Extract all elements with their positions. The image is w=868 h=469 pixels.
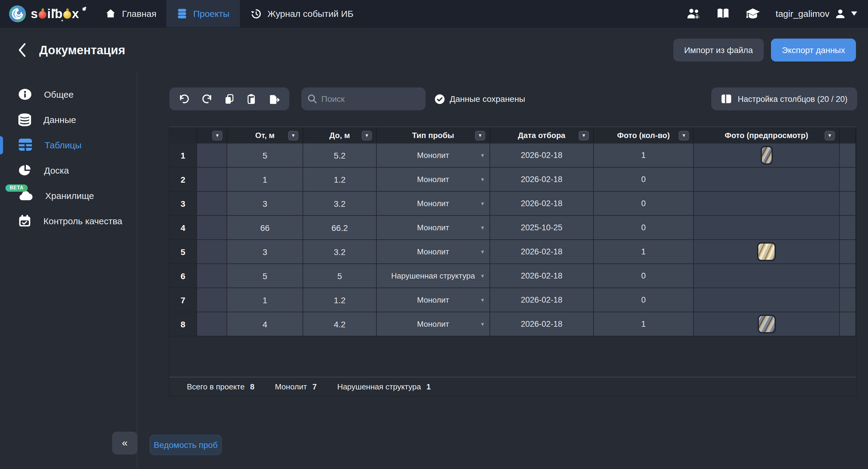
sidebar-item-quality-control[interactable]: Контроль качества (0, 208, 137, 233)
photo-preview-cell[interactable] (694, 216, 840, 240)
from-cell[interactable]: 66 (227, 216, 303, 240)
export-rows-button[interactable] (265, 90, 284, 108)
date-cell[interactable]: 2025-10-25 (490, 216, 594, 240)
nav-item-home[interactable]: Главная (95, 0, 167, 27)
photo-count-cell[interactable]: 0 (594, 216, 694, 240)
sample-type-cell[interactable]: Нарушенная структура▾ (377, 264, 490, 288)
to-cell[interactable]: 4.2 (303, 312, 377, 336)
column-dropdown-button[interactable] (579, 130, 589, 140)
photo-count-cell[interactable]: 0 (594, 264, 694, 288)
date-cell[interactable]: 2026-02-18 (490, 144, 594, 167)
to-cell[interactable]: 1.2 (303, 288, 377, 312)
undo-button[interactable] (175, 90, 194, 108)
date-cell[interactable]: 2026-02-18 (490, 192, 594, 216)
row-number-cell[interactable]: 8 (169, 312, 197, 336)
from-cell[interactable]: 1 (227, 167, 303, 192)
sidebar-item-tables[interactable]: Таблицы (0, 132, 137, 157)
photo-count-cell[interactable]: 0 (594, 192, 694, 216)
date-cell[interactable]: 2026-02-18 (490, 288, 594, 312)
row-select-cell[interactable] (197, 288, 227, 312)
from-cell[interactable]: 4 (227, 312, 303, 336)
sidebar-item-general[interactable]: Общее (0, 82, 137, 107)
row-number-cell[interactable]: 5 (169, 240, 197, 264)
sample-type-cell[interactable]: Монолит▾ (377, 240, 490, 264)
redo-button[interactable] (197, 90, 216, 108)
from-cell[interactable]: 5 (227, 144, 303, 167)
row-select-cell[interactable] (197, 264, 227, 288)
to-cell[interactable]: 5.2 (303, 144, 377, 167)
sample-type-cell[interactable]: Монолит▾ (377, 167, 490, 192)
sidebar-collapse-button[interactable]: « (112, 432, 137, 455)
export-button[interactable]: Экспорт данных (771, 39, 856, 61)
column-dropdown-button[interactable] (212, 130, 222, 140)
back-button[interactable] (18, 43, 26, 57)
copy-button[interactable] (220, 90, 239, 108)
date-cell[interactable]: 2026-02-18 (490, 167, 594, 192)
table-summary-row: Всего в проекте8 Монолит7 Нарушенная стр… (169, 377, 856, 396)
user-menu[interactable]: tagir_galimov (776, 7, 857, 20)
row-select-cell[interactable] (197, 312, 227, 336)
photo-preview-cell[interactable] (694, 167, 840, 192)
column-settings-button[interactable]: Настройка столбцов (20 / 20) (711, 87, 857, 110)
photo-preview-cell[interactable] (694, 240, 840, 264)
row-select-cell[interactable] (197, 192, 227, 216)
photo-preview-cell[interactable] (694, 264, 840, 288)
photo-thumbnail[interactable] (757, 315, 775, 333)
to-cell[interactable]: 5 (303, 264, 377, 288)
row-number-cell[interactable]: 1 (169, 144, 197, 167)
import-button[interactable]: Импорт из файла (673, 39, 764, 61)
date-cell[interactable]: 2026-02-18 (490, 240, 594, 264)
column-dropdown-button[interactable] (475, 130, 485, 140)
row-select-cell[interactable] (197, 167, 227, 192)
photo-thumbnail[interactable] (761, 146, 772, 164)
paste-button[interactable] (242, 90, 261, 108)
sample-report-button[interactable]: Ведомость проб (150, 435, 222, 455)
from-cell[interactable]: 3 (227, 240, 303, 264)
sidebar-item-data[interactable]: Данные (0, 107, 137, 132)
search-input[interactable] (321, 94, 412, 104)
to-cell[interactable]: 1.2 (303, 167, 377, 192)
photo-count-cell[interactable]: 1 (594, 144, 694, 167)
row-number-cell[interactable]: 4 (169, 216, 197, 240)
date-cell[interactable]: 2026-02-18 (490, 312, 594, 336)
nav-item-projects[interactable]: Проекты (167, 0, 240, 27)
photo-count-cell[interactable]: 0 (594, 288, 694, 312)
from-cell[interactable]: 1 (227, 288, 303, 312)
row-number-cell[interactable]: 7 (169, 288, 197, 312)
nav-item-event-log[interactable]: Журнал событий ИБ (240, 0, 364, 27)
photo-preview-cell[interactable] (694, 312, 840, 336)
sidebar-item-board[interactable]: Доска (0, 157, 137, 183)
photo-preview-cell[interactable] (694, 192, 840, 216)
photo-thumbnail[interactable] (757, 242, 776, 261)
photo-preview-cell[interactable] (694, 288, 840, 312)
to-cell[interactable]: 3.2 (303, 192, 377, 216)
to-cell[interactable]: 66.2 (303, 216, 377, 240)
photo-count-cell[interactable]: 0 (594, 167, 694, 192)
photo-count-cell[interactable]: 1 (594, 312, 694, 336)
column-dropdown-button[interactable] (825, 130, 835, 140)
brand-logo[interactable]: silbx (8, 0, 79, 27)
photo-preview-cell[interactable] (694, 144, 840, 167)
date-cell[interactable]: 2026-02-18 (490, 264, 594, 288)
row-number-cell[interactable]: 2 (169, 167, 197, 192)
book-icon[interactable] (716, 7, 730, 20)
row-number-cell[interactable]: 6 (169, 264, 197, 288)
to-cell[interactable]: 3.2 (303, 240, 377, 264)
row-number-cell[interactable]: 3 (169, 192, 197, 216)
column-dropdown-button[interactable] (362, 130, 372, 140)
column-dropdown-button[interactable] (679, 130, 689, 140)
row-select-cell[interactable] (197, 144, 227, 167)
from-cell[interactable]: 5 (227, 264, 303, 288)
sample-type-cell[interactable]: Монолит▾ (377, 192, 490, 216)
column-dropdown-button[interactable] (288, 130, 299, 140)
row-select-cell[interactable] (197, 216, 227, 240)
photo-count-cell[interactable]: 1 (594, 240, 694, 264)
sample-type-cell[interactable]: Монолит▾ (377, 288, 490, 312)
graduation-cap-icon[interactable] (745, 7, 761, 20)
sample-type-cell[interactable]: Монолит▾ (377, 216, 490, 240)
team-icon[interactable] (687, 7, 701, 20)
row-select-cell[interactable] (197, 240, 227, 264)
sample-type-cell[interactable]: Монолит▾ (377, 144, 490, 167)
from-cell[interactable]: 3 (227, 192, 303, 216)
sample-type-cell[interactable]: Монолит▾ (377, 312, 490, 336)
